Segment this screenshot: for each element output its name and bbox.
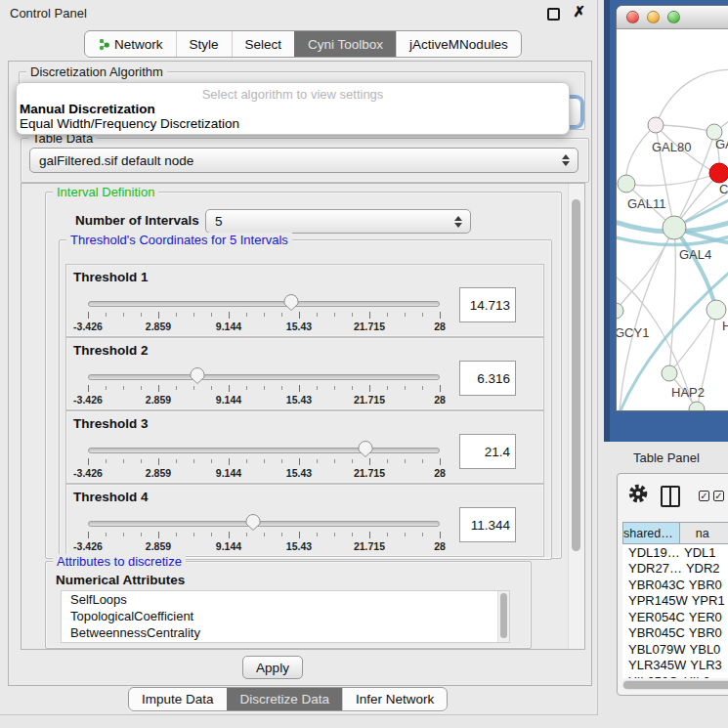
gear-icon[interactable] (627, 483, 649, 504)
column-header-shared-name[interactable]: shared… (622, 522, 680, 544)
network-node[interactable] (663, 216, 686, 239)
zoom-traffic-light-icon[interactable] (667, 11, 680, 23)
table-row[interactable]: YBL079WYBL0 (622, 641, 728, 658)
table-row[interactable]: YIL052CYIL0 (622, 673, 728, 678)
threshold-label: Threshold 1 (73, 270, 149, 284)
threshold-label: Threshold 2 (73, 343, 149, 358)
threshold-value-field[interactable]: 21.4 (459, 434, 516, 469)
attribute-list-item[interactable]: SelfLoops (62, 591, 509, 608)
table-hscrollbar-thumb[interactable] (623, 681, 728, 689)
float-window-icon[interactable] (547, 8, 560, 21)
cell-name: YBL0 (686, 641, 728, 658)
tab-network[interactable]: Network (85, 31, 176, 57)
number-of-intervals-combobox[interactable]: 5 (205, 209, 471, 234)
network-node[interactable] (709, 163, 728, 183)
table-row[interactable]: YDR27…YDR2 (622, 561, 728, 578)
minimize-traffic-light-icon[interactable] (647, 11, 660, 23)
close-window-icon[interactable]: ✗ (573, 3, 585, 21)
tab-style[interactable]: Style (176, 31, 232, 57)
tick (211, 533, 212, 536)
tick (158, 385, 159, 392)
table-row[interactable]: YBR045CYBR0 (622, 625, 728, 642)
table-row[interactable]: YER054CYER0 (622, 609, 728, 625)
cell-name: YBR0 (685, 625, 728, 642)
dropdown-option-manual[interactable]: Manual Discretization (20, 102, 155, 116)
slider-thumb-icon[interactable] (282, 293, 299, 312)
tab-impute-data[interactable]: Impute Data (129, 688, 227, 710)
tab-discretize-data[interactable]: Discretize Data (227, 688, 343, 710)
network-node[interactable] (618, 175, 635, 193)
table-data-combobox[interactable]: galFiltered.sif default node (29, 148, 578, 173)
tick (193, 313, 194, 317)
cell-name: YLR3 (686, 658, 728, 674)
threshold-slider[interactable] (88, 447, 440, 454)
checkbox-icon[interactable]: ✓ (699, 491, 709, 501)
tab-infer-network[interactable]: Infer Network (342, 688, 447, 710)
checkbox-icon[interactable]: ✓ (713, 491, 724, 501)
settings-scroll-panel: Interval Definition Number of Intervals … (21, 183, 585, 650)
slider-track[interactable] (88, 521, 440, 527)
node-attribute-table: shared… na YDL19…YDL1YDR27…YDR2YBR043CYB… (622, 522, 728, 678)
table-row[interactable]: YBR043CYBR0 (622, 577, 728, 593)
table-panel-title: Table Panel (633, 450, 700, 465)
split-columns-icon[interactable] (661, 486, 680, 507)
table-row[interactable]: YDL19…YDL1 (622, 544, 728, 561)
tab-cyni-toolbox[interactable]: Cyni Toolbox (294, 31, 396, 57)
window-title: Control Panel (10, 6, 87, 21)
node-label: GCY1 (617, 325, 649, 340)
list-scrollbar-thumb[interactable] (500, 593, 507, 638)
attribute-list-item[interactable]: TopologicalCoefficient (62, 608, 509, 624)
slider-thumb-icon[interactable] (189, 366, 205, 385)
slider-thumb-icon[interactable] (245, 513, 262, 532)
threshold-value-field[interactable]: 11.344 (459, 507, 516, 542)
table-row[interactable]: YLR345WYLR3 (622, 658, 728, 674)
slider-track[interactable] (88, 301, 440, 307)
tab-label: Network (114, 37, 163, 52)
tick (176, 459, 177, 463)
slider-tick-labels: -3.4262.8599.14415.4321.71528 (88, 540, 440, 552)
list-scrollbar[interactable] (497, 591, 509, 642)
numerical-attributes-list[interactable]: SelfLoopsTopologicalCoefficientBetweenne… (61, 590, 510, 643)
network-canvas[interactable]: GAL80GACGAL11GAL4GCY1HHAP2 (617, 29, 728, 410)
tab-select[interactable]: Select (232, 31, 295, 57)
table-body: YDL19…YDL1YDR27…YDR2YBR043CYBR0YPR145WYP… (622, 544, 728, 678)
tick (158, 458, 159, 465)
dropdown-option-equal-width[interactable]: Equal Width/Frequency Discretization (20, 116, 239, 131)
tick-label: 21.715 (354, 394, 385, 406)
threshold-slider[interactable] (88, 520, 440, 528)
threshold-slider[interactable] (88, 300, 440, 308)
network-node[interactable] (707, 300, 726, 320)
slider-track[interactable] (88, 374, 440, 380)
close-traffic-light-icon[interactable] (626, 11, 639, 23)
network-node[interactable] (648, 117, 664, 133)
tick-label: 9.144 (216, 394, 241, 406)
cell-shared-name: YDL19… (622, 544, 680, 561)
panel-scrollbar-thumb[interactable] (572, 199, 580, 551)
network-node[interactable] (689, 402, 705, 410)
network-node[interactable] (662, 365, 677, 381)
tick (405, 533, 406, 536)
threshold-value-field[interactable]: 14.713 (459, 287, 516, 322)
tick-label: 2.859 (146, 467, 171, 479)
network-node[interactable] (617, 303, 623, 319)
tab-jactivemnodules[interactable]: jActiveMNodules (396, 31, 521, 57)
attribute-list-item[interactable]: BetweennessCentrality (62, 624, 509, 641)
threshold-slider[interactable] (88, 373, 440, 381)
table-horizontal-scrollbar[interactable] (622, 680, 728, 690)
slider-track[interactable] (88, 448, 440, 453)
tick (281, 386, 282, 390)
apply-button[interactable]: Apply (242, 656, 303, 679)
tick-label: -3.426 (73, 540, 103, 552)
network-window-titlebar[interactable] (617, 6, 728, 29)
panel-scrollbar[interactable] (568, 184, 584, 649)
column-header-name[interactable]: na (680, 522, 728, 544)
slider-thumb-icon[interactable] (358, 440, 374, 458)
tick (176, 533, 177, 536)
tick (317, 386, 318, 390)
tick-label: 9.144 (216, 321, 241, 332)
tick-label: 21.715 (354, 321, 385, 332)
control-panel-tabstrip: NetworkStyleSelectCyni ToolboxjActiveMNo… (84, 30, 522, 58)
threshold-value-field[interactable]: 6.316 (459, 361, 516, 396)
slider-ticks (88, 458, 440, 466)
table-row[interactable]: YPR145WYPR1 (622, 593, 728, 610)
